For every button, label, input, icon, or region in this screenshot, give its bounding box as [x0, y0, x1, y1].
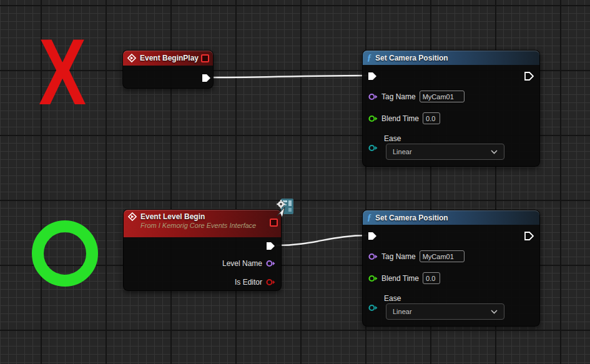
level-name-pin[interactable]: [266, 260, 275, 267]
blend-time-pin[interactable]: [368, 275, 378, 282]
function-icon: ƒ: [367, 214, 371, 222]
function-icon: ƒ: [367, 54, 371, 62]
node-header[interactable]: ƒ Set Camera Position: [363, 51, 539, 65]
ease-selected-value: Linear: [393, 148, 412, 155]
node-header[interactable]: Event BeginPlay: [123, 51, 213, 66]
exec-in-pin[interactable]: [368, 72, 377, 81]
node-header[interactable]: Event Level Begin From I Kemorig Core Ev…: [124, 210, 281, 237]
delegate-pin[interactable]: [201, 54, 209, 62]
tag-name-row: Tag Name: [368, 250, 465, 262]
ease-pin[interactable]: [368, 304, 378, 312]
tag-name-pin[interactable]: [368, 253, 378, 260]
event-icon: [127, 54, 136, 62]
wrong-x-mark: X: [39, 25, 86, 119]
is-editor-row: Is Editor: [235, 278, 275, 287]
exec-out-pin[interactable]: [524, 232, 534, 240]
node-event-level-begin[interactable]: Event Level Begin From I Kemorig Core Ev…: [123, 209, 282, 291]
exec-wire-levelbegin-to-setcamera[interactable]: [276, 235, 368, 245]
blend-time-input[interactable]: [423, 272, 440, 284]
node-set-camera-position-1[interactable]: ƒ Set Camera Position Tag Name Blend Tim…: [362, 50, 540, 167]
tag-name-row: Tag Name: [368, 91, 465, 102]
node-title: Set Camera Position: [375, 54, 448, 62]
level-name-label: Level Name: [222, 259, 262, 268]
node-title: Event Level Begin: [140, 212, 205, 221]
blend-time-label: Blend Time: [381, 274, 419, 283]
tag-name-input[interactable]: [420, 250, 465, 262]
blend-time-label: Blend Time: [381, 114, 419, 123]
blend-time-pin[interactable]: [368, 115, 378, 122]
blend-time-row: Blend Time: [368, 112, 440, 124]
ease-label: Ease: [384, 294, 401, 303]
tag-name-label: Tag Name: [381, 92, 416, 101]
ease-selected-value: Linear: [393, 308, 412, 315]
exec-in-pin[interactable]: [368, 232, 377, 240]
tag-name-input[interactable]: [420, 91, 465, 102]
level-name-row: Level Name: [222, 259, 275, 268]
node-header[interactable]: ƒ Set Camera Position: [363, 210, 539, 225]
chevron-down-icon: [491, 150, 498, 154]
exec-wire-beginplay-to-setcamera[interactable]: [211, 76, 368, 77]
mouse-cursor-place-node-icon: [273, 198, 294, 221]
ease-label: Ease: [384, 134, 401, 143]
chevron-down-icon: [491, 310, 498, 314]
node-event-beginplay[interactable]: Event BeginPlay: [122, 50, 214, 89]
blend-time-row: Blend Time: [368, 272, 440, 284]
ease-dropdown[interactable]: Linear: [386, 144, 504, 160]
event-icon: [128, 212, 137, 221]
ease-dropdown[interactable]: Linear: [386, 303, 504, 320]
exec-out-pin[interactable]: [266, 242, 275, 250]
node-title: Event BeginPlay: [140, 54, 199, 62]
exec-out-pin[interactable]: [202, 74, 211, 82]
tag-name-pin[interactable]: [368, 93, 378, 101]
exec-out-pin[interactable]: [524, 72, 534, 81]
ease-pin[interactable]: [368, 144, 378, 152]
node-title: Set Camera Position: [375, 214, 448, 222]
blueprint-graph-canvas[interactable]: X Event BeginPlay ƒ Set Camera Position: [0, 0, 590, 364]
node-subtitle: From I Kemorig Core Events Interface: [128, 222, 275, 229]
is-editor-label: Is Editor: [235, 278, 262, 287]
is-editor-pin[interactable]: [266, 278, 275, 286]
blend-time-input[interactable]: [423, 112, 440, 124]
tag-name-label: Tag Name: [381, 252, 416, 261]
node-set-camera-position-2[interactable]: ƒ Set Camera Position Tag Name Blend Tim…: [362, 210, 540, 327]
correct-circle-mark: [32, 220, 98, 287]
